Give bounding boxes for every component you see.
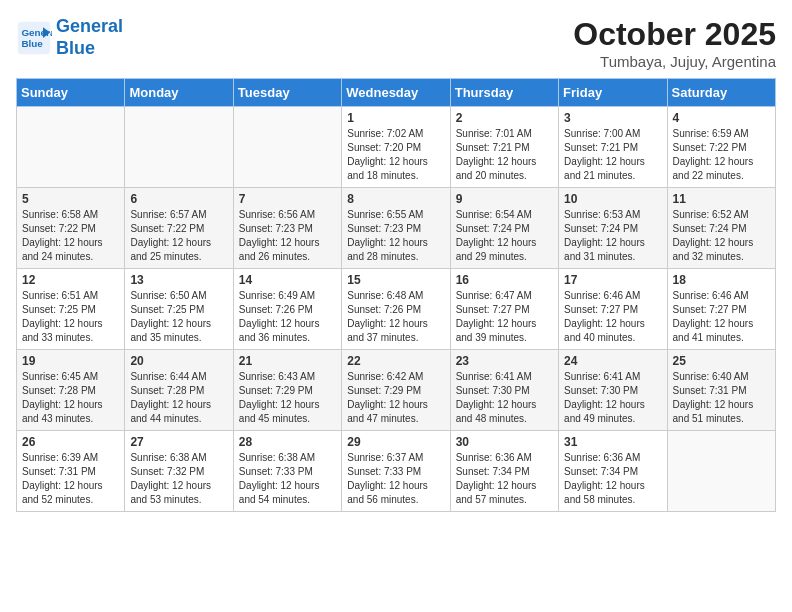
calendar-cell: 19Sunrise: 6:45 AM Sunset: 7:28 PM Dayli…	[17, 350, 125, 431]
day-info: Sunrise: 6:44 AM Sunset: 7:28 PM Dayligh…	[130, 370, 227, 426]
calendar-cell: 22Sunrise: 6:42 AM Sunset: 7:29 PM Dayli…	[342, 350, 450, 431]
weekday-header-row: SundayMondayTuesdayWednesdayThursdayFrid…	[17, 79, 776, 107]
calendar-cell: 20Sunrise: 6:44 AM Sunset: 7:28 PM Dayli…	[125, 350, 233, 431]
calendar-cell: 18Sunrise: 6:46 AM Sunset: 7:27 PM Dayli…	[667, 269, 775, 350]
day-info: Sunrise: 6:48 AM Sunset: 7:26 PM Dayligh…	[347, 289, 444, 345]
day-number: 24	[564, 354, 661, 368]
calendar-cell: 26Sunrise: 6:39 AM Sunset: 7:31 PM Dayli…	[17, 431, 125, 512]
day-number: 1	[347, 111, 444, 125]
day-number: 10	[564, 192, 661, 206]
calendar-cell: 2Sunrise: 7:01 AM Sunset: 7:21 PM Daylig…	[450, 107, 558, 188]
calendar-cell: 31Sunrise: 6:36 AM Sunset: 7:34 PM Dayli…	[559, 431, 667, 512]
day-number: 9	[456, 192, 553, 206]
calendar-cell: 10Sunrise: 6:53 AM Sunset: 7:24 PM Dayli…	[559, 188, 667, 269]
day-info: Sunrise: 6:41 AM Sunset: 7:30 PM Dayligh…	[564, 370, 661, 426]
calendar-cell: 8Sunrise: 6:55 AM Sunset: 7:23 PM Daylig…	[342, 188, 450, 269]
calendar-cell: 14Sunrise: 6:49 AM Sunset: 7:26 PM Dayli…	[233, 269, 341, 350]
day-number: 20	[130, 354, 227, 368]
day-number: 30	[456, 435, 553, 449]
calendar-cell: 24Sunrise: 6:41 AM Sunset: 7:30 PM Dayli…	[559, 350, 667, 431]
weekday-header-friday: Friday	[559, 79, 667, 107]
day-number: 18	[673, 273, 770, 287]
calendar-cell: 4Sunrise: 6:59 AM Sunset: 7:22 PM Daylig…	[667, 107, 775, 188]
calendar-cell: 29Sunrise: 6:37 AM Sunset: 7:33 PM Dayli…	[342, 431, 450, 512]
calendar-cell: 1Sunrise: 7:02 AM Sunset: 7:20 PM Daylig…	[342, 107, 450, 188]
day-info: Sunrise: 6:37 AM Sunset: 7:33 PM Dayligh…	[347, 451, 444, 507]
day-number: 8	[347, 192, 444, 206]
day-info: Sunrise: 6:55 AM Sunset: 7:23 PM Dayligh…	[347, 208, 444, 264]
day-info: Sunrise: 6:38 AM Sunset: 7:33 PM Dayligh…	[239, 451, 336, 507]
calendar-cell: 27Sunrise: 6:38 AM Sunset: 7:32 PM Dayli…	[125, 431, 233, 512]
day-info: Sunrise: 7:02 AM Sunset: 7:20 PM Dayligh…	[347, 127, 444, 183]
day-number: 13	[130, 273, 227, 287]
day-info: Sunrise: 6:47 AM Sunset: 7:27 PM Dayligh…	[456, 289, 553, 345]
calendar-cell	[17, 107, 125, 188]
calendar-cell: 25Sunrise: 6:40 AM Sunset: 7:31 PM Dayli…	[667, 350, 775, 431]
day-info: Sunrise: 6:40 AM Sunset: 7:31 PM Dayligh…	[673, 370, 770, 426]
day-number: 14	[239, 273, 336, 287]
calendar-cell: 6Sunrise: 6:57 AM Sunset: 7:22 PM Daylig…	[125, 188, 233, 269]
calendar-cell: 11Sunrise: 6:52 AM Sunset: 7:24 PM Dayli…	[667, 188, 775, 269]
day-info: Sunrise: 6:58 AM Sunset: 7:22 PM Dayligh…	[22, 208, 119, 264]
calendar-cell: 9Sunrise: 6:54 AM Sunset: 7:24 PM Daylig…	[450, 188, 558, 269]
calendar-cell	[233, 107, 341, 188]
day-info: Sunrise: 6:36 AM Sunset: 7:34 PM Dayligh…	[456, 451, 553, 507]
day-info: Sunrise: 6:59 AM Sunset: 7:22 PM Dayligh…	[673, 127, 770, 183]
day-number: 31	[564, 435, 661, 449]
month-title: October 2025	[573, 16, 776, 53]
day-number: 7	[239, 192, 336, 206]
day-info: Sunrise: 6:45 AM Sunset: 7:28 PM Dayligh…	[22, 370, 119, 426]
day-number: 28	[239, 435, 336, 449]
calendar-cell: 28Sunrise: 6:38 AM Sunset: 7:33 PM Dayli…	[233, 431, 341, 512]
calendar-cell: 23Sunrise: 6:41 AM Sunset: 7:30 PM Dayli…	[450, 350, 558, 431]
calendar-cell: 16Sunrise: 6:47 AM Sunset: 7:27 PM Dayli…	[450, 269, 558, 350]
weekday-header-thursday: Thursday	[450, 79, 558, 107]
day-info: Sunrise: 6:52 AM Sunset: 7:24 PM Dayligh…	[673, 208, 770, 264]
day-info: Sunrise: 6:50 AM Sunset: 7:25 PM Dayligh…	[130, 289, 227, 345]
day-number: 25	[673, 354, 770, 368]
day-info: Sunrise: 6:49 AM Sunset: 7:26 PM Dayligh…	[239, 289, 336, 345]
calendar-week-row: 1Sunrise: 7:02 AM Sunset: 7:20 PM Daylig…	[17, 107, 776, 188]
calendar-week-row: 12Sunrise: 6:51 AM Sunset: 7:25 PM Dayli…	[17, 269, 776, 350]
calendar-cell: 3Sunrise: 7:00 AM Sunset: 7:21 PM Daylig…	[559, 107, 667, 188]
calendar-cell	[667, 431, 775, 512]
day-number: 21	[239, 354, 336, 368]
day-info: Sunrise: 6:54 AM Sunset: 7:24 PM Dayligh…	[456, 208, 553, 264]
day-number: 19	[22, 354, 119, 368]
weekday-header-monday: Monday	[125, 79, 233, 107]
calendar-cell: 17Sunrise: 6:46 AM Sunset: 7:27 PM Dayli…	[559, 269, 667, 350]
title-block: October 2025 Tumbaya, Jujuy, Argentina	[573, 16, 776, 70]
calendar-cell: 21Sunrise: 6:43 AM Sunset: 7:29 PM Dayli…	[233, 350, 341, 431]
day-info: Sunrise: 6:41 AM Sunset: 7:30 PM Dayligh…	[456, 370, 553, 426]
calendar-cell: 7Sunrise: 6:56 AM Sunset: 7:23 PM Daylig…	[233, 188, 341, 269]
calendar-cell: 13Sunrise: 6:50 AM Sunset: 7:25 PM Dayli…	[125, 269, 233, 350]
day-number: 12	[22, 273, 119, 287]
calendar-cell: 15Sunrise: 6:48 AM Sunset: 7:26 PM Dayli…	[342, 269, 450, 350]
day-number: 6	[130, 192, 227, 206]
day-info: Sunrise: 6:56 AM Sunset: 7:23 PM Dayligh…	[239, 208, 336, 264]
day-number: 29	[347, 435, 444, 449]
weekday-header-saturday: Saturday	[667, 79, 775, 107]
logo-icon: General Blue	[16, 20, 52, 56]
calendar-cell	[125, 107, 233, 188]
day-number: 16	[456, 273, 553, 287]
day-info: Sunrise: 6:39 AM Sunset: 7:31 PM Dayligh…	[22, 451, 119, 507]
weekday-header-tuesday: Tuesday	[233, 79, 341, 107]
calendar-cell: 12Sunrise: 6:51 AM Sunset: 7:25 PM Dayli…	[17, 269, 125, 350]
location-subtitle: Tumbaya, Jujuy, Argentina	[573, 53, 776, 70]
day-number: 17	[564, 273, 661, 287]
calendar-cell: 5Sunrise: 6:58 AM Sunset: 7:22 PM Daylig…	[17, 188, 125, 269]
day-info: Sunrise: 6:36 AM Sunset: 7:34 PM Dayligh…	[564, 451, 661, 507]
logo: General Blue General Blue	[16, 16, 123, 59]
weekday-header-sunday: Sunday	[17, 79, 125, 107]
day-number: 23	[456, 354, 553, 368]
weekday-header-wednesday: Wednesday	[342, 79, 450, 107]
day-number: 11	[673, 192, 770, 206]
day-number: 22	[347, 354, 444, 368]
day-number: 15	[347, 273, 444, 287]
day-info: Sunrise: 6:38 AM Sunset: 7:32 PM Dayligh…	[130, 451, 227, 507]
day-info: Sunrise: 6:46 AM Sunset: 7:27 PM Dayligh…	[564, 289, 661, 345]
calendar-table: SundayMondayTuesdayWednesdayThursdayFrid…	[16, 78, 776, 512]
calendar-week-row: 26Sunrise: 6:39 AM Sunset: 7:31 PM Dayli…	[17, 431, 776, 512]
page-header: General Blue General Blue October 2025 T…	[16, 16, 776, 70]
